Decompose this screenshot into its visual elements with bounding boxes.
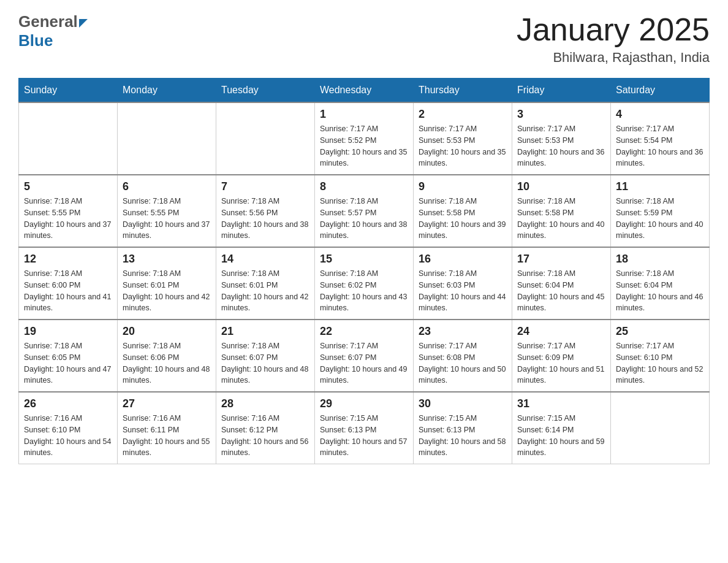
- day-number: 29: [320, 397, 408, 410]
- day-info: Sunrise: 7:18 AM Sunset: 5:59 PM Dayligh…: [616, 196, 704, 242]
- day-info: Sunrise: 7:17 AM Sunset: 6:10 PM Dayligh…: [616, 340, 704, 386]
- day-number: 25: [616, 325, 704, 338]
- day-header-sunday: Sunday: [19, 79, 118, 103]
- day-info: Sunrise: 7:17 AM Sunset: 6:07 PM Dayligh…: [320, 340, 408, 386]
- calendar-cell: 17Sunrise: 7:18 AM Sunset: 6:04 PM Dayli…: [512, 247, 611, 320]
- day-info: Sunrise: 7:18 AM Sunset: 5:58 PM Dayligh…: [517, 196, 605, 242]
- day-info: Sunrise: 7:18 AM Sunset: 6:01 PM Dayligh…: [123, 268, 211, 314]
- day-number: 12: [24, 253, 112, 266]
- day-info: Sunrise: 7:18 AM Sunset: 6:05 PM Dayligh…: [24, 340, 112, 386]
- calendar-cell: 5Sunrise: 7:18 AM Sunset: 5:55 PM Daylig…: [19, 175, 118, 247]
- calendar-cell: 29Sunrise: 7:15 AM Sunset: 6:13 PM Dayli…: [315, 392, 414, 464]
- calendar-cell: 16Sunrise: 7:18 AM Sunset: 6:03 PM Dayli…: [414, 247, 512, 320]
- day-info: Sunrise: 7:17 AM Sunset: 5:53 PM Dayligh…: [517, 123, 605, 169]
- day-info: Sunrise: 7:18 AM Sunset: 5:58 PM Dayligh…: [419, 196, 507, 242]
- logo-blue-text: Blue: [18, 31, 53, 50]
- day-info: Sunrise: 7:18 AM Sunset: 6:06 PM Dayligh…: [123, 340, 211, 386]
- title-section: January 2025 Bhilwara, Rajasthan, India: [517, 12, 710, 66]
- calendar-cell: 28Sunrise: 7:16 AM Sunset: 6:12 PM Dayli…: [216, 392, 315, 464]
- logo-general-text: General: [18, 12, 78, 31]
- day-number: 8: [320, 180, 408, 193]
- day-number: 24: [517, 325, 605, 338]
- calendar-week-row: 26Sunrise: 7:16 AM Sunset: 6:10 PM Dayli…: [19, 392, 710, 464]
- calendar-cell: 25Sunrise: 7:17 AM Sunset: 6:10 PM Dayli…: [611, 320, 710, 392]
- calendar-cell: 21Sunrise: 7:18 AM Sunset: 6:07 PM Dayli…: [216, 320, 315, 392]
- calendar-cell: 3Sunrise: 7:17 AM Sunset: 5:53 PM Daylig…: [512, 102, 611, 175]
- calendar-cell: 10Sunrise: 7:18 AM Sunset: 5:58 PM Dayli…: [512, 175, 611, 247]
- calendar-cell: 22Sunrise: 7:17 AM Sunset: 6:07 PM Dayli…: [315, 320, 414, 392]
- day-number: 6: [123, 180, 211, 193]
- day-number: 22: [320, 325, 408, 338]
- calendar-cell: 23Sunrise: 7:17 AM Sunset: 6:08 PM Dayli…: [414, 320, 512, 392]
- day-number: 11: [616, 180, 704, 193]
- day-header-saturday: Saturday: [611, 79, 710, 103]
- calendar-cell: 31Sunrise: 7:15 AM Sunset: 6:14 PM Dayli…: [512, 392, 611, 464]
- day-info: Sunrise: 7:18 AM Sunset: 6:02 PM Dayligh…: [320, 268, 408, 314]
- month-title: January 2025: [517, 12, 710, 47]
- day-header-tuesday: Tuesday: [216, 79, 315, 103]
- calendar-cell: 24Sunrise: 7:17 AM Sunset: 6:09 PM Dayli…: [512, 320, 611, 392]
- day-info: Sunrise: 7:18 AM Sunset: 6:04 PM Dayligh…: [517, 268, 605, 314]
- day-info: Sunrise: 7:15 AM Sunset: 6:13 PM Dayligh…: [419, 413, 507, 459]
- calendar-cell: 6Sunrise: 7:18 AM Sunset: 5:55 PM Daylig…: [118, 175, 216, 247]
- day-number: 5: [24, 180, 112, 193]
- day-number: 23: [419, 325, 507, 338]
- calendar-cell: 2Sunrise: 7:17 AM Sunset: 5:53 PM Daylig…: [414, 102, 512, 175]
- day-info: Sunrise: 7:17 AM Sunset: 5:54 PM Dayligh…: [616, 123, 704, 169]
- day-number: 2: [419, 108, 507, 121]
- day-number: 10: [517, 180, 605, 193]
- calendar-cell: 15Sunrise: 7:18 AM Sunset: 6:02 PM Dayli…: [315, 247, 414, 320]
- day-number: 14: [221, 253, 309, 266]
- calendar-week-row: 19Sunrise: 7:18 AM Sunset: 6:05 PM Dayli…: [19, 320, 710, 392]
- day-info: Sunrise: 7:15 AM Sunset: 6:13 PM Dayligh…: [320, 413, 408, 459]
- day-number: 26: [24, 397, 112, 410]
- page-header: General Blue January 2025 Bhilwara, Raja…: [18, 12, 710, 66]
- day-number: 19: [24, 325, 112, 338]
- day-info: Sunrise: 7:18 AM Sunset: 5:55 PM Dayligh…: [123, 196, 211, 242]
- day-number: 7: [221, 180, 309, 193]
- day-info: Sunrise: 7:16 AM Sunset: 6:11 PM Dayligh…: [123, 413, 211, 459]
- logo-arrow-icon: [79, 19, 88, 28]
- day-number: 18: [616, 253, 704, 266]
- day-info: Sunrise: 7:18 AM Sunset: 6:04 PM Dayligh…: [616, 268, 704, 314]
- day-number: 31: [517, 397, 605, 410]
- calendar-cell: 27Sunrise: 7:16 AM Sunset: 6:11 PM Dayli…: [118, 392, 216, 464]
- calendar-cell: 18Sunrise: 7:18 AM Sunset: 6:04 PM Dayli…: [611, 247, 710, 320]
- day-number: 3: [517, 108, 605, 121]
- calendar-cell: 1Sunrise: 7:17 AM Sunset: 5:52 PM Daylig…: [315, 102, 414, 175]
- calendar-cell: [19, 102, 118, 175]
- calendar-cell: 11Sunrise: 7:18 AM Sunset: 5:59 PM Dayli…: [611, 175, 710, 247]
- day-header-friday: Friday: [512, 79, 611, 103]
- day-number: 16: [419, 253, 507, 266]
- day-info: Sunrise: 7:17 AM Sunset: 5:52 PM Dayligh…: [320, 123, 408, 169]
- location-subtitle: Bhilwara, Rajasthan, India: [517, 50, 710, 66]
- day-number: 20: [123, 325, 211, 338]
- day-info: Sunrise: 7:18 AM Sunset: 5:55 PM Dayligh…: [24, 196, 112, 242]
- day-info: Sunrise: 7:17 AM Sunset: 6:08 PM Dayligh…: [419, 340, 507, 386]
- calendar-cell: 12Sunrise: 7:18 AM Sunset: 6:00 PM Dayli…: [19, 247, 118, 320]
- day-header-monday: Monday: [118, 79, 216, 103]
- day-info: Sunrise: 7:16 AM Sunset: 6:12 PM Dayligh…: [221, 413, 309, 459]
- calendar-cell: [216, 102, 315, 175]
- day-number: 28: [221, 397, 309, 410]
- calendar-week-row: 1Sunrise: 7:17 AM Sunset: 5:52 PM Daylig…: [19, 102, 710, 175]
- day-info: Sunrise: 7:18 AM Sunset: 6:00 PM Dayligh…: [24, 268, 112, 314]
- day-info: Sunrise: 7:18 AM Sunset: 6:03 PM Dayligh…: [419, 268, 507, 314]
- day-number: 1: [320, 108, 408, 121]
- calendar-cell: [611, 392, 710, 464]
- day-number: 9: [419, 180, 507, 193]
- day-number: 15: [320, 253, 408, 266]
- day-info: Sunrise: 7:18 AM Sunset: 5:56 PM Dayligh…: [221, 196, 309, 242]
- calendar-header-row: SundayMondayTuesdayWednesdayThursdayFrid…: [19, 79, 710, 103]
- day-number: 17: [517, 253, 605, 266]
- day-header-wednesday: Wednesday: [315, 79, 414, 103]
- day-info: Sunrise: 7:16 AM Sunset: 6:10 PM Dayligh…: [24, 413, 112, 459]
- day-number: 13: [123, 253, 211, 266]
- day-info: Sunrise: 7:18 AM Sunset: 6:01 PM Dayligh…: [221, 268, 309, 314]
- calendar-cell: 9Sunrise: 7:18 AM Sunset: 5:58 PM Daylig…: [414, 175, 512, 247]
- day-info: Sunrise: 7:17 AM Sunset: 6:09 PM Dayligh…: [517, 340, 605, 386]
- calendar-week-row: 5Sunrise: 7:18 AM Sunset: 5:55 PM Daylig…: [19, 175, 710, 247]
- calendar-cell: 20Sunrise: 7:18 AM Sunset: 6:06 PM Dayli…: [118, 320, 216, 392]
- calendar-week-row: 12Sunrise: 7:18 AM Sunset: 6:00 PM Dayli…: [19, 247, 710, 320]
- calendar-cell: 14Sunrise: 7:18 AM Sunset: 6:01 PM Dayli…: [216, 247, 315, 320]
